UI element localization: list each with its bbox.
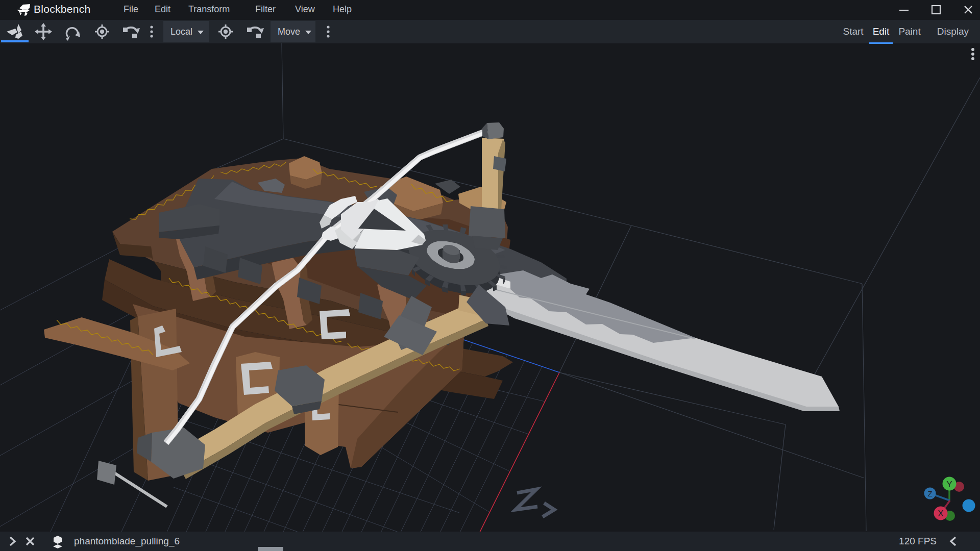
svg-text:Y: Y — [946, 480, 952, 489]
svg-text:Z: Z — [927, 489, 932, 498]
svg-text:X: X — [938, 509, 943, 518]
